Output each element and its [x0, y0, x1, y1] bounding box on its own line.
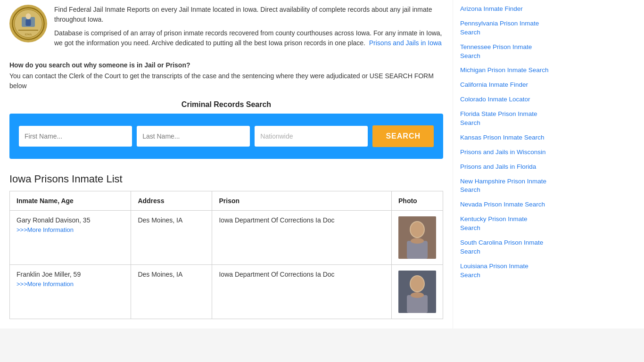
inmate-prison: Iowa Department Of Corrections Ia Doc [212, 211, 392, 265]
sidebar-link[interactable]: New Hampshire Prison Inmate Search [460, 177, 549, 195]
sidebar-link[interactable]: Pennsylvania Prison Inmate Search [460, 19, 549, 37]
inmate-prison: Iowa Department Of Corrections Ia Doc [212, 265, 392, 319]
inmate-address: Des Moines, IA [131, 265, 212, 319]
last-name-input[interactable] [137, 126, 250, 147]
sidebar-link[interactable]: Nevada Prison Inmate Search [460, 200, 549, 209]
inmate-address: Des Moines, IA [131, 211, 212, 265]
table-row: Franklin Joe Miller, 59 >>>More Informat… [10, 265, 443, 319]
sidebar-link[interactable]: Louisiana Prison Inmate Search [460, 262, 549, 280]
sidebar-link[interactable]: Kentucky Prison Inmate Search [460, 215, 549, 233]
inmate-name: Gary Ronald Davison, 35 [17, 216, 124, 224]
svg-point-16 [411, 292, 424, 298]
sidebar-link[interactable]: Florida State Prison Inmate Search [460, 110, 549, 128]
question-heading: How do you search out why someone is in … [9, 61, 190, 69]
sidebar-link[interactable]: Colorado Inmate Locator [460, 95, 549, 104]
question-section: How do you search out why someone is in … [9, 61, 443, 91]
svg-point-14 [411, 276, 424, 291]
col-header-photo: Photo [392, 191, 443, 211]
sidebar-link[interactable]: Kansas Prison Inmate Search [460, 133, 549, 142]
search-title: Criminal Records Search [9, 100, 443, 109]
inmate-name: Franklin Joe Miller, 59 [17, 271, 124, 278]
sidebar-link[interactable]: Arizona Inmate Finder [460, 5, 549, 14]
state-seal-logo: IOWA [9, 5, 47, 42]
sidebar-link[interactable]: Michigan Prison Inmate Search [460, 66, 549, 75]
inmate-photo [392, 211, 443, 265]
inmate-list-title: Iowa Prisons Inmate List [9, 173, 443, 185]
question-body: You can contact the Clerk of the Court t… [9, 71, 443, 91]
search-box: SEARCH [9, 114, 443, 159]
more-info-link[interactable]: >>>More Information [17, 280, 74, 288]
col-header-prison: Prison [212, 191, 392, 211]
svg-text:IOWA: IOWA [25, 33, 32, 36]
intro-paragraph-2: Database is comprised of an array of pri… [54, 28, 443, 48]
sidebar: Arizona Inmate FinderPennsylvania Prison… [453, 0, 556, 329]
col-header-name: Inmate Name, Age [10, 191, 131, 211]
svg-point-11 [411, 238, 424, 244]
svg-point-9 [411, 222, 424, 237]
sidebar-link[interactable]: Prisons and Jails in Wisconsin [460, 148, 549, 157]
prisons-jails-iowa-link[interactable]: Prisons and Jails in Iowa [369, 39, 442, 47]
main-content: IOWA Find Federal Jail Inmate Reports on… [0, 0, 453, 329]
sidebar-link[interactable]: Prisons and Jails in Florida [460, 163, 549, 172]
first-name-input[interactable] [19, 126, 132, 147]
col-header-address: Address [131, 191, 212, 211]
search-section: Criminal Records Search SEARCH [9, 100, 443, 159]
svg-point-3 [25, 13, 31, 19]
svg-rect-4 [25, 19, 31, 26]
table-row: Gary Ronald Davison, 35 >>>More Informat… [10, 211, 443, 265]
intro-block: IOWA Find Federal Jail Inmate Reports on… [9, 5, 443, 52]
location-input[interactable] [255, 126, 368, 147]
sidebar-link[interactable]: South Carolina Prison Inmate Search [460, 239, 549, 256]
intro-text-block: Find Federal Jail Inmate Reports on ever… [54, 5, 443, 52]
inmate-photo [392, 265, 443, 319]
more-info-link[interactable]: >>>More Information [17, 226, 74, 233]
sidebar-link[interactable]: Tennessee Prison Inmate Search [460, 43, 549, 61]
inmate-table: Inmate Name, Age Address Prison Photo Ga… [9, 191, 443, 319]
sidebar-link[interactable]: California Inmate Finder [460, 81, 549, 90]
search-button[interactable]: SEARCH [372, 125, 434, 147]
intro-paragraph-1: Find Federal Jail Inmate Reports on ever… [54, 5, 443, 25]
